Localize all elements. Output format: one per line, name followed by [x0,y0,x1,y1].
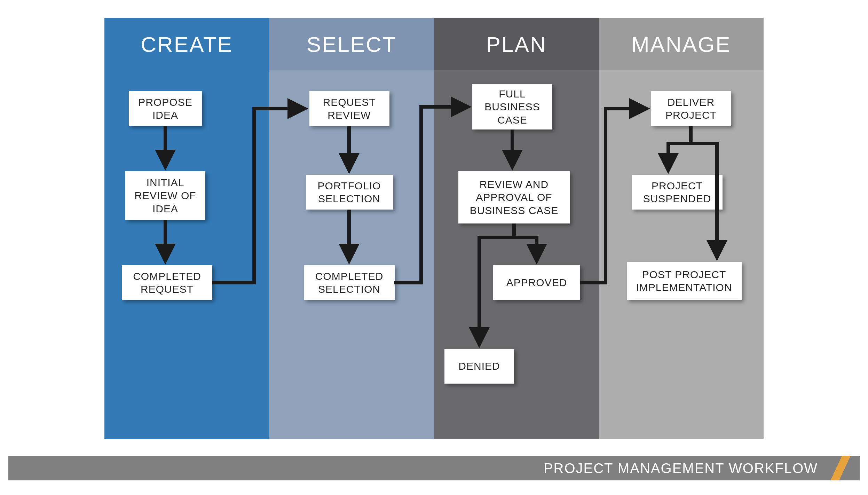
slide-page: CREATE SELECT PLAN MANAGE PROPOSE IDEA I… [0,0,868,495]
box-full-business-case: FULL BUSINESS CASE [472,84,552,129]
box-request-review: REQUEST REVIEW [309,91,389,126]
box-post-impl: POST PROJECT IMPLEMENTATION [627,262,742,300]
box-propose-idea: PROPOSE IDEA [129,91,202,126]
lane-header-select: SELECT [269,18,434,70]
box-portfolio-selection: PORTFOLIO SELECTION [306,175,393,210]
lane-body-create: PROPOSE IDEA INITIAL REVIEW OF IDEA COMP… [104,70,269,439]
box-approved: APPROVED [493,265,580,300]
lane-header-create: CREATE [104,18,269,70]
box-completed-selection: COMPLETED SELECTION [304,265,395,300]
box-initial-review: INITIAL REVIEW OF IDEA [125,171,205,220]
box-completed-request: COMPLETED REQUEST [122,265,212,300]
box-deliver-project: DELIVER PROJECT [651,91,731,126]
lane-header-plan: PLAN [434,18,599,70]
footer-slash-accent [828,456,853,480]
footer-title: PROJECT MANAGEMENT WORKFLOW [544,461,818,476]
lane-header-manage: MANAGE [599,18,764,70]
lane-bodies: PROPOSE IDEA INITIAL REVIEW OF IDEA COMP… [104,70,764,439]
workflow-canvas: CREATE SELECT PLAN MANAGE PROPOSE IDEA I… [104,18,764,439]
lane-body-plan: FULL BUSINESS CASE REVIEW AND APPROVAL O… [434,70,599,439]
box-project-suspended: PROJECT SUSPENDED [632,175,723,210]
lane-headers: CREATE SELECT PLAN MANAGE [104,18,764,70]
box-review-approval: REVIEW AND APPROVAL OF BUSINESS CASE [458,171,570,223]
box-denied: DENIED [444,349,514,384]
footer-bar: PROJECT MANAGEMENT WORKFLOW [8,456,860,480]
lane-body-select: REQUEST REVIEW PORTFOLIO SELECTION COMPL… [269,70,434,439]
lane-body-manage: DELIVER PROJECT PROJECT SUSPENDED POST P… [599,70,764,439]
